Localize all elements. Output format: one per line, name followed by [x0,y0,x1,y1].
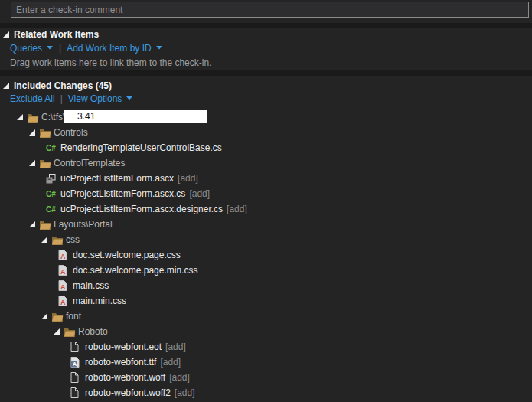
section-divider [0,70,532,76]
tree-item[interactable]: roboto-webfont.woff[add] [0,370,532,385]
folder-icon [39,128,54,138]
tree-item-label: C:\tfs\ [41,112,65,123]
collapse-arrow-icon[interactable] [3,31,10,38]
tree-item-label: main.css [73,280,109,291]
queries-link[interactable]: Queries [10,43,42,54]
link-separator: | [59,43,61,54]
tree-item-label: Roboto [78,326,108,337]
css-icon: A [58,296,73,306]
tree-item-label: doc.set.welcome.page.css [73,250,181,260]
link-separator: | [60,93,63,104]
tree-item-label: ucProjectListItemForm.ascx [60,173,174,184]
svg-text:A: A [73,361,77,368]
chevron-down-icon[interactable] [156,46,163,51]
chevron-down-icon[interactable] [47,46,54,51]
tree-item-label: ucProjectListItemForm.ascx.designer.cs [60,204,223,214]
tree-item[interactable]: ControlTemplates [0,155,532,171]
change-type-badge: [add] [165,342,186,352]
tree-item[interactable]: ucProjectListItemForm.ascx[add] [0,171,532,186]
tree-item-label: css [66,234,80,245]
folder-icon [51,235,66,245]
svg-text:A: A [60,283,66,291]
tree-item[interactable]: css [0,232,532,247]
folder-icon [64,327,78,337]
tree-item-label: doc.set.welcome.page.min.css [73,265,197,276]
tree-item[interactable]: C#ucProjectListItemForm.ascx.designer.cs… [0,201,532,217]
tree-item[interactable]: Amain.min.css [0,293,532,309]
file-icon [70,372,85,383]
tree-item-label: ucProjectListItemForm.ascx.cs [60,188,185,199]
chevron-down-icon[interactable] [126,96,133,101]
change-type-badge: [add] [189,188,210,199]
expand-arrow-icon[interactable] [41,313,51,320]
tree-item-label: font [66,311,81,322]
csharp-icon: C# [46,144,60,152]
svg-text:A: A [60,268,66,276]
tree-item[interactable]: Aroboto-webfont.ttf[add] [0,355,532,370]
tree-item-label: Controls [54,127,88,138]
change-type-badge: [add] [160,357,181,368]
tree-item-label: roboto-webfont.woff2 [85,387,171,398]
folder-icon [27,113,41,123]
css-icon: A [58,250,73,260]
csharp-icon: C# [46,190,60,198]
tree-item[interactable]: Adoc.set.welcome.page.min.css [0,263,532,278]
exclude-all-link[interactable]: Exclude All [10,93,55,104]
checkin-comment-input[interactable] [11,2,529,18]
expand-arrow-icon[interactable] [17,114,27,121]
tree-item[interactable]: roboto-webfont.eot[add] [0,339,532,355]
folder-icon [39,220,54,230]
expand-arrow-icon[interactable] [29,129,39,136]
change-type-badge: [add] [175,387,195,398]
included-changes-tree: C:\tfs\3.41ControlsC#RenderingTemplateUs… [0,109,532,400]
change-type-badge: [add] [227,204,247,214]
tree-item[interactable]: Amain.css [0,278,532,293]
expand-arrow-icon[interactable] [29,221,39,228]
view-options-link[interactable]: View Options [68,93,122,104]
drag-work-items-hint: Drag work items here to link them to the… [10,57,211,68]
tree-item-label: main.min.css [73,296,126,306]
tree-item[interactable]: C:\tfs\3.41 [0,109,532,125]
file-icon [70,387,85,398]
path-overlay-box: 3.41 [64,110,207,123]
svg-text:A: A [60,253,66,260]
tree-item-label: RenderingTemplateUserControlBase.cs [60,142,222,153]
folder-icon [51,312,66,322]
folder-icon [39,159,54,168]
tree-item[interactable]: Controls [0,125,532,140]
section-title: Related Work Items [14,29,99,40]
svg-text:A: A [60,299,66,306]
tree-item[interactable]: Roboto [0,324,532,339]
add-work-item-by-id-link[interactable]: Add Work Item by ID [67,43,151,54]
css-icon: A [58,280,73,291]
tree-item-label: Layouts\Portal [54,219,113,230]
usercontrol-icon [46,174,60,184]
expand-arrow-icon[interactable] [29,160,39,167]
tree-item[interactable]: Layouts\Portal [0,217,532,232]
csharp-icon: C# [46,205,60,214]
change-type-badge: [add] [169,372,190,383]
tree-item-label: roboto-webfont.ttf [85,357,156,368]
section-divider [0,23,532,28]
included-changes-header[interactable]: Included Changes (45) [3,80,112,91]
tree-item-label: roboto-webfont.eot [85,342,162,352]
collapse-arrow-icon[interactable] [3,83,10,90]
tree-item[interactable]: C#ucProjectListItemForm.ascx.cs[add] [0,186,532,201]
change-type-badge: [add] [178,173,198,184]
tree-item[interactable]: Adoc.set.welcome.page.css [0,247,532,263]
tree-item[interactable]: roboto-webfont.woff2[add] [0,385,532,400]
ttf-icon: A [70,357,85,368]
tree-item-label: ControlTemplates [54,158,125,168]
tree-item[interactable]: C#RenderingTemplateUserControlBase.cs [0,140,532,155]
file-icon [70,342,85,352]
tree-item-label: roboto-webfont.woff [85,372,165,383]
css-icon: A [58,265,73,276]
expand-arrow-icon[interactable] [41,237,51,243]
tree-item[interactable]: font [0,309,532,324]
expand-arrow-icon[interactable] [54,328,64,335]
related-work-items-header[interactable]: Related Work Items [3,29,99,40]
section-title: Included Changes (45) [14,80,112,91]
